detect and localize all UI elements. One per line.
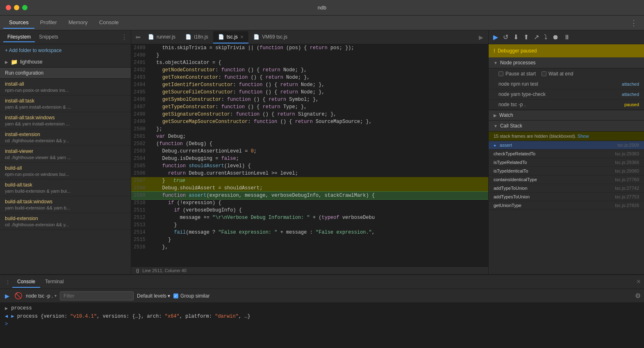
run-config-cmd-6: yarn build-extension & yarn bui...	[5, 189, 126, 193]
console-prompt-line[interactable]: >	[0, 320, 644, 328]
run-config-item-5[interactable]: build-all npm-run-posix-or-windows bui..…	[0, 163, 131, 180]
stack-frame-6[interactable]: addTypesToUnion tsc.js:27753	[489, 193, 644, 201]
stack-frame-4[interactable]: containsIdenticalType tsc.js:27760	[489, 175, 644, 184]
run-config-item-4[interactable]: install-viewer cd ./lighthouse-viewer &&…	[0, 146, 131, 163]
code-line-2504: 2504 Debug.isDebugging = false;	[131, 155, 488, 162]
stack-frame-0[interactable]: ● assert tsc.js:2509	[489, 141, 644, 150]
sidebar-tabs-more-icon[interactable]: ⋮	[121, 33, 127, 41]
stack-frame-name-7: getUnionType	[494, 203, 521, 208]
wait-at-end-checkbox[interactable]	[542, 71, 546, 76]
node-processes-header[interactable]: ▼ Node processes	[489, 57, 644, 68]
console-run-button[interactable]: ▶	[3, 292, 11, 300]
sidebar-tab-filesystem[interactable]: Filesystem	[3, 32, 35, 42]
tab-sources[interactable]: Sources	[3, 17, 34, 29]
editor-tab-label-tsc: tsc.js	[227, 34, 238, 40]
debug-deactivate-button[interactable]: ⤵	[543, 33, 548, 42]
process-name-0: node npm run test	[498, 81, 538, 87]
run-config-cmd-2: yarn && yarn install-extension ...	[5, 121, 126, 126]
console-group-similar[interactable]: Group similar	[173, 293, 209, 299]
tab-terminal-bottom[interactable]: Terminal	[40, 276, 68, 288]
stack-frame-file-6: tsc.js:27753	[615, 194, 639, 199]
editor-tab-close-tsc[interactable]: ×	[240, 34, 243, 40]
process-item-1[interactable]: node yarn type-check attached	[489, 89, 644, 100]
code-line-2513: 2513 }	[131, 221, 488, 229]
stack-frame-5[interactable]: addTypeToUnion tsc.js:27742	[489, 184, 644, 193]
run-config-item-1[interactable]: install-all:task yarn & yarn install-ext…	[0, 96, 131, 112]
run-config-item-7[interactable]: build-all:task:windows yarn build-extens…	[0, 196, 131, 213]
stack-frame-7[interactable]: getUnionType tsc.js:27826	[489, 201, 644, 210]
debug-stepover-button[interactable]: ↺	[502, 32, 510, 42]
debug-stepout-button[interactable]: ⬆	[522, 32, 530, 42]
code-line-2506: 2506 return Debug.currentAssertionLevel …	[131, 170, 488, 177]
editor-run-icon[interactable]: ▶	[476, 34, 487, 41]
tab-profiler[interactable]: Profiler	[34, 17, 63, 29]
minimize-button[interactable]	[14, 5, 19, 10]
code-status-bar: {} Line 2511, Column 40	[131, 266, 488, 274]
console-level-select[interactable]: Default levels ▾	[137, 293, 170, 299]
run-config-item-0[interactable]: install-all npm-run-posix-or-windows ins…	[0, 79, 131, 96]
call-stack-header[interactable]: ▼ Call Stack	[489, 121, 644, 132]
stack-frame-name-0: assert	[500, 143, 512, 148]
process-item-2[interactable]: node tsc -p . paused	[489, 100, 644, 110]
maximize-button[interactable]	[22, 5, 27, 10]
run-config-header: Run configuration	[0, 67, 131, 79]
console-filter-input[interactable]	[60, 291, 134, 300]
run-config-item-6[interactable]: build-all:task yarn build-extension & ya…	[0, 180, 131, 196]
close-button[interactable]	[6, 5, 11, 10]
code-line-2512: 2512 message += "\r\nVerbose Debug Infor…	[131, 214, 488, 221]
run-config-item-2[interactable]: install-all:task:windows yarn && yarn in…	[0, 112, 131, 129]
console-tabs-more-icon[interactable]: ⋮	[3, 279, 12, 285]
node-processes-label: Node processes	[500, 60, 536, 66]
folder-item-lighthouse[interactable]: ▶ 📁 lighthouse	[0, 57, 131, 67]
stack-frame-2[interactable]: isTypeRelatedTo tsc.js:29366	[489, 158, 644, 167]
editor-tab-vm69[interactable]: 📄 VM69 tsc.js	[248, 32, 292, 43]
node-processes-arrow-icon: ▼	[494, 61, 498, 65]
console-arrow-icon-0[interactable]: ▶	[5, 305, 8, 312]
editor-tab-runner[interactable]: 📄 runner.js	[143, 32, 180, 43]
tab-console-bottom[interactable]: Console	[12, 276, 40, 288]
console-script-select[interactable]: node tsc -p . ▾	[26, 293, 57, 299]
run-config-name-2: install-all:task:windows	[5, 115, 126, 121]
debugger-toolbar: ▶ ↺ ⬇ ⬆ ↗ ⤵ ⏺ ⏸	[489, 30, 644, 44]
wait-at-end-option[interactable]: Wait at end	[542, 71, 573, 77]
console-arrow-icon-1[interactable]: ◀	[5, 313, 8, 319]
sidebar-tab-snippets[interactable]: Snippets	[35, 32, 62, 42]
tab-console[interactable]: Console	[93, 17, 125, 29]
console-stop-button[interactable]: 🚫	[14, 292, 23, 300]
console-settings-icon[interactable]: ⚙	[635, 292, 641, 300]
debug-stepback-button[interactable]: ↗	[532, 32, 540, 42]
pause-options: Pause at start Wait at end	[489, 68, 644, 79]
stack-frame-name-2: isTypeRelatedTo	[494, 160, 527, 165]
code-line-2492: 2492 getNodeConstructor: function () { r…	[131, 66, 488, 74]
console-group-similar-checkbox[interactable]	[173, 293, 178, 298]
editor-tab-tsc[interactable]: 📄 tsc.js ×	[213, 31, 249, 43]
debug-pause-button[interactable]: ⏸	[562, 33, 571, 42]
process-item-0[interactable]: node npm run test attached	[489, 79, 644, 89]
pause-at-start-checkbox[interactable]	[498, 71, 503, 76]
process-name-2: node tsc -p .	[498, 102, 526, 107]
run-config-item-3[interactable]: install-extension cd ./lighthouse-extens…	[0, 129, 131, 146]
stack-frame-file-0: tsc.js:2509	[617, 143, 639, 148]
watch-header[interactable]: ▶ Watch	[489, 110, 644, 121]
console-close-icon[interactable]: ×	[636, 277, 641, 286]
callstack-show-link[interactable]: Show	[578, 134, 589, 139]
console-line-process-expanded[interactable]: ◀ ▶ process {version: "v10.4.1", version…	[0, 312, 644, 320]
code-content[interactable]: 2489 this.skipTrivia = skipTrivia || (fu…	[131, 44, 488, 266]
console-content[interactable]: ▶ process ◀ ▶ process {version: "v10.4.1…	[0, 303, 644, 348]
run-config-item-8[interactable]: build-extension cd ./lighthouse-extensio…	[0, 213, 131, 230]
code-line-2495: 2495 getSourceFileConstructor: function …	[131, 89, 488, 96]
tab-memory[interactable]: Memory	[63, 17, 93, 29]
editor-tab-nav-left[interactable]: ⬅	[133, 33, 143, 41]
debug-blackbox-button[interactable]: ⏺	[551, 33, 560, 42]
add-folder-button[interactable]: + Add folder to workspace	[0, 44, 131, 57]
code-line-2491: 2491 ts.objectAllocator = {	[131, 59, 488, 66]
pause-at-start-option[interactable]: Pause at start	[498, 71, 536, 77]
stack-frame-1[interactable]: checkTypeRelatedTo tsc.js:29383	[489, 150, 644, 158]
console-line-process[interactable]: ▶ process	[0, 305, 644, 312]
editor-tab-i18n[interactable]: 📄 i18n.js	[180, 32, 213, 43]
debug-stepinto-button[interactable]: ⬇	[512, 32, 520, 42]
node-processes-content: Pause at start Wait at end node npm run …	[489, 68, 644, 110]
stack-frame-3[interactable]: isTypeIdenticalTo tsc.js:29080	[489, 167, 644, 175]
debug-resume-button[interactable]: ▶	[492, 32, 499, 42]
main-tabs-more-icon[interactable]: ⋮	[627, 18, 641, 27]
